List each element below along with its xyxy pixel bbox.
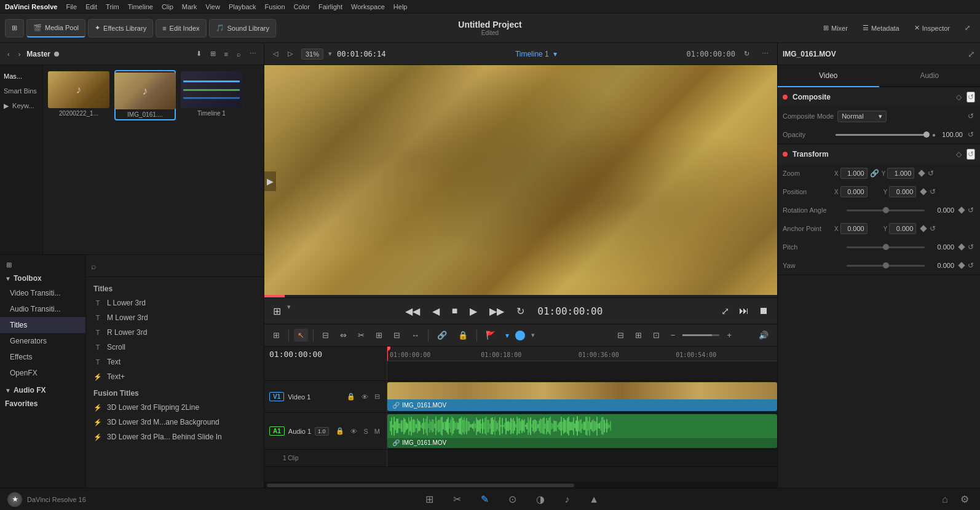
audio-volume-btn[interactable]: 🔊 — [755, 329, 772, 342]
media-pool-btn[interactable]: 🎬 Media Pool — [26, 19, 85, 37]
transport-next-mark-btn[interactable]: ▶▶ — [486, 303, 508, 320]
color-page-btn[interactable]: ◑ — [532, 492, 548, 507]
transport-prev-mark-btn[interactable]: ◀◀ — [401, 303, 424, 320]
yaw-reset-btn[interactable]: ↺ — [966, 261, 975, 270]
edit-index-btn[interactable]: ≡ Edit Index — [156, 19, 206, 37]
menu-help[interactable]: Help — [393, 3, 408, 10]
effects-item-generators[interactable]: Generators — [0, 333, 85, 349]
timeline-scrollbar[interactable] — [264, 482, 777, 488]
fairlight-page-btn[interactable]: ♪ — [561, 492, 573, 507]
composite-section-header[interactable]: Composite ◇ ↺ — [778, 87, 980, 107]
v1-content[interactable]: 🔗 IMG_0161.MOV — [387, 381, 777, 412]
sort-btn[interactable]: ⬇ — [194, 49, 204, 59]
fusion-effect-2[interactable]: ⚡ 3D Lower 3rd Pla... Behind Slide In — [86, 430, 264, 444]
replace-btn[interactable]: ↔ — [408, 329, 423, 342]
timeline-name[interactable]: Timeline 1 ▾ — [515, 50, 557, 58]
menu-brand[interactable]: DaVinci Resolve — [5, 3, 57, 10]
yaw-slider[interactable] — [847, 265, 925, 267]
zoom-y-value[interactable]: 1.000 — [887, 168, 914, 179]
flag-color-selector[interactable]: ▾ — [503, 330, 512, 341]
opacity-reset-btn[interactable]: ↺ — [966, 130, 975, 139]
transport-prev-frame-btn[interactable]: ◀ — [429, 303, 443, 320]
menu-mark[interactable]: Mark — [182, 3, 197, 10]
a1-lock-btn[interactable]: 🔒 — [334, 426, 346, 436]
effects-search-btn[interactable]: ⌕ — [91, 261, 96, 271]
anchor-x-value[interactable]: 0.000 — [840, 223, 867, 234]
transport-stop-btn[interactable]: ■ — [448, 303, 462, 319]
menu-clip[interactable]: Clip — [162, 3, 173, 10]
preview-nav-left-btn[interactable]: ◁ — [269, 49, 282, 59]
fusion-effect-0[interactable]: ⚡ 3D Lower 3rd Flipping 2Line — [86, 400, 264, 415]
effect-text[interactable]: T Text — [86, 355, 264, 369]
linked-edit-btn[interactable]: 🔗 — [433, 329, 451, 342]
preview-nav-right-btn[interactable]: ▷ — [284, 49, 296, 59]
transport-play-btn[interactable]: ▶ — [466, 303, 481, 320]
menu-color[interactable]: Color — [294, 3, 310, 10]
inspector-expand-btn[interactable]: ⤢ — [968, 49, 975, 59]
sound-library-btn[interactable]: 🎵 Sound Library — [209, 19, 277, 37]
opacity-slider[interactable] — [836, 134, 928, 136]
timeline-ruler[interactable]: 01:00:00:00 01:00:18:00 01:00:36:00 01:0… — [387, 347, 777, 361]
rotation-slider[interactable] — [847, 210, 925, 211]
metadata-btn[interactable]: ☰ Metadata — [858, 22, 904, 34]
full-screen-btn[interactable]: ⤢ — [960, 22, 975, 34]
pos-x-value[interactable]: 0.000 — [840, 186, 867, 197]
composite-reset-btn[interactable]: ↺ — [966, 92, 975, 103]
favorites-section[interactable]: Favorites — [0, 397, 85, 410]
insert-btn[interactable]: ⊞ — [372, 329, 386, 342]
preview-more-btn[interactable]: ⋯ — [758, 49, 772, 59]
zoom-plus-btn[interactable]: + — [723, 329, 735, 342]
timeline-zoom-slider[interactable] — [682, 334, 719, 336]
anchor-y-value[interactable]: 0.000 — [889, 223, 916, 234]
effects-item-titles[interactable]: Titles — [0, 317, 85, 333]
zoom-out-btn[interactable]: ⊟ — [614, 329, 628, 342]
composite-mode-dropdown[interactable]: Normal ▾ — [837, 111, 887, 122]
effects-item-audio-transitions[interactable]: Audio Transiti... — [0, 301, 85, 317]
preview-nav-left[interactable]: ▶ — [264, 171, 276, 191]
pitch-slider[interactable] — [847, 246, 925, 248]
v1-eye-btn[interactable]: 👁 — [360, 393, 370, 401]
snap-btn[interactable]: ⊞ — [269, 329, 283, 342]
mixer-btn[interactable]: ⊞ Mixer — [818, 22, 853, 34]
media-item-1[interactable]: ♪ IMG_0161.... — [114, 70, 176, 120]
end-btn[interactable]: ⏹ — [755, 303, 772, 320]
home-btn[interactable]: ⌂ — [938, 492, 952, 507]
preview-refresh-btn[interactable]: ↻ — [740, 49, 753, 59]
clip-options-btn[interactable]: ⊟ — [318, 329, 333, 342]
trim-btn[interactable]: ⇔ — [336, 329, 350, 342]
zoom-x-value[interactable]: 1.000 — [840, 168, 867, 179]
position-reset-btn[interactable]: ↺ — [928, 187, 937, 196]
transport-view-btn[interactable]: ⊞ — [269, 303, 285, 320]
search-btn[interactable]: ⌕ — [234, 49, 243, 59]
effects-library-btn[interactable]: ✦ Effects Library — [88, 19, 153, 37]
color-picker-btn[interactable] — [515, 331, 525, 340]
transport-loop-btn[interactable]: ↻ — [513, 303, 528, 320]
effects-item-openfx[interactable]: OpenFX — [0, 365, 85, 381]
rotation-reset-btn[interactable]: ↺ — [966, 206, 975, 214]
menu-workspace[interactable]: Workspace — [351, 3, 385, 10]
effect-r-lower-3rd[interactable]: T R Lower 3rd — [86, 325, 264, 340]
video-clip-v1[interactable]: 🔗 IMG_0161.MOV — [387, 382, 777, 411]
effect-m-lower-3rd[interactable]: T M Lower 3rd — [86, 310, 264, 325]
composite-mode-reset-btn[interactable]: ↺ — [966, 112, 975, 120]
next-clip-btn[interactable]: ⏭ — [735, 303, 753, 320]
settings-btn[interactable]: ⚙ — [957, 492, 973, 507]
overwrite-btn[interactable]: ⊟ — [390, 329, 404, 342]
menu-playback[interactable]: Playback — [229, 3, 256, 10]
effect-l-lower-3rd[interactable]: T L Lower 3rd — [86, 296, 264, 310]
workspace-toggle-btn[interactable]: ⊞ — [5, 19, 24, 37]
a1-mute-btn[interactable]: M — [373, 427, 382, 436]
zoom-reset-btn[interactable]: ⊡ — [649, 329, 663, 342]
flag-btn[interactable]: 🚩 — [482, 329, 499, 342]
a1-content[interactable]: 🔗 IMG_0161.MOV — [387, 413, 777, 449]
menu-file[interactable]: File — [66, 3, 77, 10]
fusion-effect-1[interactable]: ⚡ 3D Lower 3rd M...ane Background — [86, 415, 264, 430]
list-view-btn[interactable]: ≡ — [222, 49, 231, 59]
inspector-btn[interactable]: ✕ Inspector — [909, 22, 955, 34]
audio-clip-a1[interactable]: 🔗 IMG_0161.MOV — [387, 414, 777, 448]
grid-view-btn[interactable]: ⊞ — [208, 49, 218, 59]
toolbox-section[interactable]: ▼ Toolbox — [0, 272, 85, 285]
menu-timeline[interactable]: Timeline — [128, 3, 153, 10]
menu-fairlight[interactable]: Fairlight — [318, 3, 342, 10]
menu-view[interactable]: View — [205, 3, 220, 10]
